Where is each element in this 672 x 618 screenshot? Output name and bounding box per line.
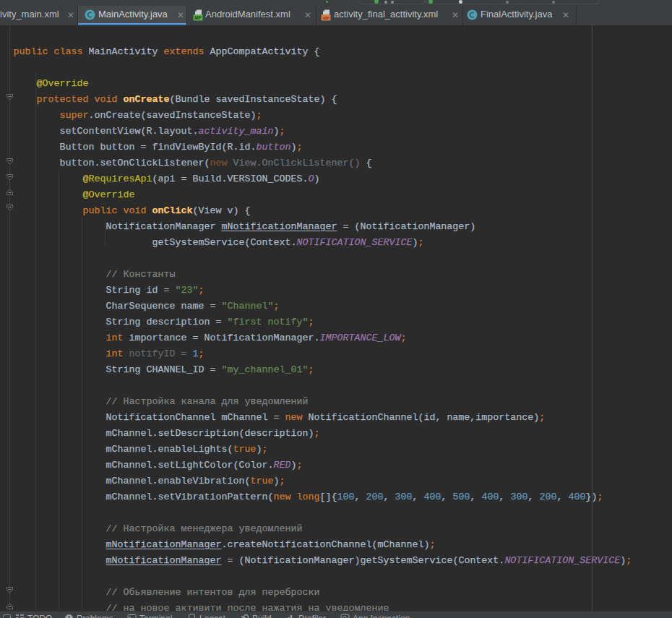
svg-text:</>: </> xyxy=(323,15,329,20)
svg-text:MF: MF xyxy=(194,15,201,20)
